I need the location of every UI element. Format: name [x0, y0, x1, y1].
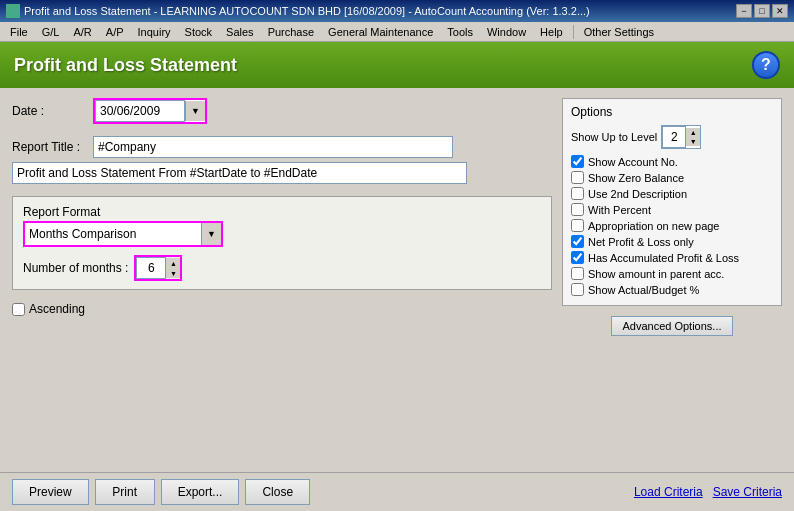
- bottom-bar: Preview Print Export... Close Load Crite…: [0, 472, 794, 511]
- report-title-section: Report Title :: [12, 136, 552, 184]
- level-row: Show Up to Level ▲ ▼: [571, 125, 773, 149]
- show-parent-label: Show amount in parent acc.: [588, 268, 724, 280]
- menu-tools[interactable]: Tools: [441, 25, 479, 39]
- months-input[interactable]: [136, 257, 166, 279]
- minimize-button[interactable]: −: [736, 4, 752, 18]
- menu-window[interactable]: Window: [481, 25, 532, 39]
- show-account-no-checkbox[interactable]: [571, 155, 584, 168]
- option-show-zero-balance: Show Zero Balance: [571, 171, 773, 184]
- date-input[interactable]: [95, 100, 185, 122]
- months-row: Number of months : ▲ ▼: [23, 255, 541, 281]
- level-spin-buttons: ▲ ▼: [686, 128, 700, 146]
- with-percent-label: With Percent: [588, 204, 651, 216]
- level-label: Show Up to Level: [571, 131, 657, 143]
- report-subtitle-input[interactable]: [12, 162, 467, 184]
- months-spin-down[interactable]: ▼: [166, 268, 180, 278]
- close-button[interactable]: ✕: [772, 4, 788, 18]
- ascending-checkbox[interactable]: [12, 303, 25, 316]
- show-account-no-label: Show Account No.: [588, 156, 678, 168]
- option-use-2nd-description: Use 2nd Description: [571, 187, 773, 200]
- header-bar: Profit and Loss Statement ?: [0, 42, 794, 88]
- level-spin-up[interactable]: ▲: [686, 128, 700, 137]
- menu-inquiry[interactable]: Inquiry: [132, 25, 177, 39]
- save-criteria-link[interactable]: Save Criteria: [713, 485, 782, 499]
- left-panel: Date : ▼ Report Title : Report Format: [12, 98, 552, 462]
- menu-general-maintenance[interactable]: General Maintenance: [322, 25, 439, 39]
- page-title: Profit and Loss Statement: [14, 55, 237, 76]
- level-spin-down[interactable]: ▼: [686, 137, 700, 146]
- load-criteria-link[interactable]: Load Criteria: [634, 485, 703, 499]
- option-net-profit: Net Profit & Loss only: [571, 235, 773, 248]
- report-format-section: Report Format Months Comparison ▼ Number…: [12, 196, 552, 290]
- export-button[interactable]: Export...: [161, 479, 240, 505]
- accumulated-label: Has Accumulated Profit & Loss: [588, 252, 739, 264]
- option-show-actual-budget: Show Actual/Budget %: [571, 283, 773, 296]
- preview-button[interactable]: Preview: [12, 479, 89, 505]
- window-title: Profit and Loss Statement - LEARNING AUT…: [24, 5, 590, 17]
- report-title-label: Report Title :: [12, 140, 87, 154]
- show-actual-budget-checkbox[interactable]: [571, 283, 584, 296]
- app-icon: [6, 4, 20, 18]
- options-group: Options Show Up to Level ▲ ▼ Show: [562, 98, 782, 306]
- window-controls: − □ ✕: [736, 4, 788, 18]
- report-title-row: Report Title :: [12, 136, 552, 158]
- show-zero-balance-label: Show Zero Balance: [588, 172, 684, 184]
- menu-sales[interactable]: Sales: [220, 25, 260, 39]
- date-field-row: Date : ▼: [12, 98, 552, 124]
- help-button[interactable]: ?: [752, 51, 780, 79]
- ascending-row: Ascending: [12, 302, 552, 316]
- maximize-button[interactable]: □: [754, 4, 770, 18]
- show-parent-checkbox[interactable]: [571, 267, 584, 280]
- months-spinner: ▲ ▼: [134, 255, 182, 281]
- with-percent-checkbox[interactable]: [571, 203, 584, 216]
- format-select-value[interactable]: Months Comparison: [25, 223, 201, 245]
- months-label: Number of months :: [23, 261, 128, 275]
- show-zero-balance-checkbox[interactable]: [571, 171, 584, 184]
- menu-purchase[interactable]: Purchase: [262, 25, 320, 39]
- content-area: Date : ▼ Report Title : Report Format: [0, 88, 794, 472]
- menu-file[interactable]: File: [4, 25, 34, 39]
- date-input-wrapper: ▼: [93, 98, 207, 124]
- ascending-label: Ascending: [29, 302, 85, 316]
- link-area: Load Criteria Save Criteria: [634, 485, 782, 499]
- title-bar: Profit and Loss Statement - LEARNING AUT…: [0, 0, 794, 22]
- show-actual-budget-label: Show Actual/Budget %: [588, 284, 699, 296]
- menu-help[interactable]: Help: [534, 25, 569, 39]
- report-format-label: Report Format: [23, 205, 541, 219]
- accumulated-checkbox[interactable]: [571, 251, 584, 264]
- menu-ap[interactable]: A/P: [100, 25, 130, 39]
- months-spin-buttons: ▲ ▼: [166, 258, 180, 278]
- menu-separator: [573, 25, 574, 39]
- option-with-percent: With Percent: [571, 203, 773, 216]
- print-button[interactable]: Print: [95, 479, 155, 505]
- menu-bar: File G/L A/R A/P Inquiry Stock Sales Pur…: [0, 22, 794, 42]
- option-appropriation: Appropriation on new page: [571, 219, 773, 232]
- date-dropdown-button[interactable]: ▼: [185, 101, 205, 121]
- format-select-wrapper: Months Comparison ▼: [23, 221, 223, 247]
- option-show-parent: Show amount in parent acc.: [571, 267, 773, 280]
- menu-ar[interactable]: A/R: [67, 25, 97, 39]
- use-2nd-description-label: Use 2nd Description: [588, 188, 687, 200]
- menu-gl[interactable]: G/L: [36, 25, 66, 39]
- use-2nd-description-checkbox[interactable]: [571, 187, 584, 200]
- main-window: Profit and Loss Statement ? Date : ▼ Rep…: [0, 42, 794, 511]
- report-title-input[interactable]: [93, 136, 453, 158]
- options-title: Options: [571, 105, 773, 119]
- months-spin-up[interactable]: ▲: [166, 258, 180, 268]
- appropriation-label: Appropriation on new page: [588, 220, 719, 232]
- option-accumulated: Has Accumulated Profit & Loss: [571, 251, 773, 264]
- option-show-account-no: Show Account No.: [571, 155, 773, 168]
- right-panel: Options Show Up to Level ▲ ▼ Show: [562, 98, 782, 462]
- level-spinner: ▲ ▼: [661, 125, 701, 149]
- appropriation-checkbox[interactable]: [571, 219, 584, 232]
- date-label: Date :: [12, 104, 87, 118]
- close-button[interactable]: Close: [245, 479, 310, 505]
- level-input[interactable]: [662, 126, 686, 148]
- net-profit-label: Net Profit & Loss only: [588, 236, 694, 248]
- menu-other-settings[interactable]: Other Settings: [578, 25, 660, 39]
- net-profit-checkbox[interactable]: [571, 235, 584, 248]
- menu-stock[interactable]: Stock: [179, 25, 219, 39]
- advanced-options-button[interactable]: Advanced Options...: [611, 316, 732, 336]
- format-dropdown-button[interactable]: ▼: [201, 223, 221, 245]
